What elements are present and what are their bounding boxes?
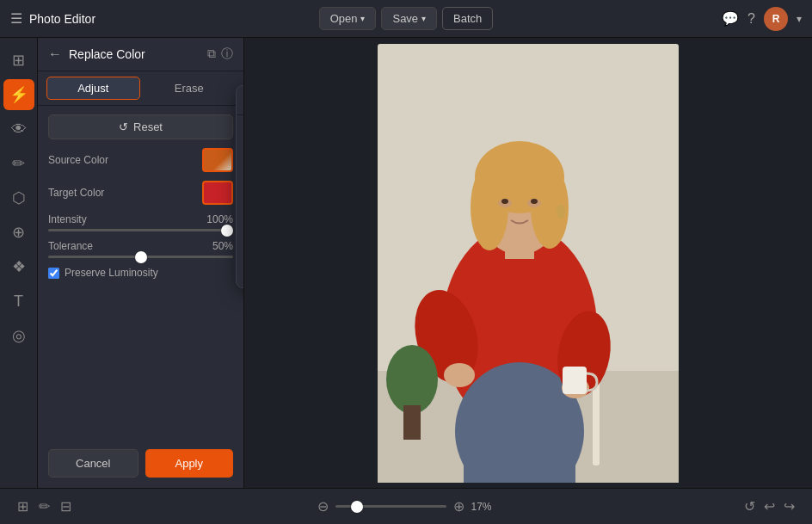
photo-canvas [378,44,679,483]
sidebar-item-layers[interactable]: ⊕ [3,217,34,248]
zoom-out-button[interactable]: ⊖ [317,498,329,515]
svg-rect-24 [403,405,421,440]
chat-icon[interactable]: 💬 [722,10,739,27]
apply-button[interactable]: Apply [145,449,234,478]
sidebar-icons: ⊞ ⚡ 👁 ✏ ⬡ ⊕ ❖ T ◎ [0,38,38,488]
panel-title: Replace Color [69,47,200,61]
back-button[interactable]: ← [48,46,62,62]
zoom-percent: 17% [471,501,499,513]
tolerance-slider[interactable] [48,256,233,258]
intensity-slider[interactable] [48,229,233,231]
canvas-area[interactable] [244,38,812,488]
svg-point-21 [531,199,538,204]
bottom-bar: ⊞ ✏ ⊟ ⊖ ⊕ 17% ↺ ↩ ↪ [0,488,812,524]
sidebar-item-effects[interactable]: ◎ [3,320,34,351]
zoom-slider[interactable] [335,505,446,508]
svg-rect-3 [593,379,600,465]
svg-point-23 [386,345,438,414]
svg-point-16 [471,164,508,250]
tab-erase[interactable]: Erase [144,77,236,100]
cancel-button[interactable]: Cancel [48,449,138,478]
photo-container [378,40,679,487]
panel-header: ← Replace Color ⧉ ⓘ [38,38,243,71]
layers-icon[interactable]: ⊞ [17,498,28,515]
avatar[interactable]: R [764,7,788,31]
preserve-luminosity-label: Preserve Luminosity [65,267,158,279]
tolerance-slider-row: Tolerance 50% [48,240,233,258]
account-chevron-icon[interactable]: ▾ [797,13,802,25]
copy-icon[interactable]: ⧉ [207,46,216,62]
svg-rect-7 [464,405,575,483]
source-color-row: Source Color [48,148,233,172]
action-buttons: Cancel Apply [38,449,243,488]
sidebar-item-eye[interactable]: 👁 [3,114,34,145]
svg-point-10 [444,363,475,387]
svg-point-20 [501,199,508,204]
sidebar-item-adjustments[interactable]: ⚡ [3,79,34,110]
undo-icon[interactable]: ↩ [764,498,775,515]
info-icon[interactable]: ⓘ [221,46,233,62]
sidebar-item-brush[interactable]: ✏ [3,148,34,179]
menu-icon[interactable]: ☰ [10,10,22,27]
history-icon[interactable]: ↺ [744,498,755,515]
sidebar-item-mask[interactable]: ⬡ [3,182,34,213]
bottom-right-icons: ↺ ↩ ↪ [744,498,795,515]
recent-colors-section: Recent Colors [237,244,244,287]
target-color-row: Target Color [48,181,233,205]
reset-icon: ↺ [119,120,128,133]
preserve-luminosity-row: Preserve Luminosity [48,267,233,279]
grid-view-icon[interactable]: ⊟ [60,498,71,515]
color-picker-popup: Picker Library #C62227 ✏ 🔬 ⊞ + [236,85,244,288]
target-color-label: Target Color [48,187,104,199]
zoom-controls: ⊖ ⊕ 17% [317,498,499,515]
picker-hex-row: #C62227 ✏ 🔬 ⊞ + [237,115,244,141]
topbar-right: 💬 ? R ▾ [493,7,802,31]
sidebar-item-text[interactable]: T [3,286,34,317]
source-color-swatch[interactable] [202,148,233,172]
save-button[interactable]: Save ▾ [381,7,437,30]
topbar-left: ☰ Photo Editor [10,10,319,27]
panel-header-icons: ⧉ ⓘ [207,46,233,62]
svg-point-22 [557,205,565,219]
panel-controls: ↺ Reset Source Color Target Color Intens… [38,106,243,287]
redo-icon[interactable]: ↪ [784,498,795,515]
preserve-luminosity-checkbox[interactable] [48,268,59,279]
tab-row: Adjust Erase [38,71,243,106]
app-title: Photo Editor [29,12,95,26]
batch-button[interactable]: Batch [442,7,493,30]
sidebar-item-shapes[interactable]: ❖ [3,251,34,282]
open-button[interactable]: Open ▾ [319,7,377,30]
edit-icon[interactable]: ✏ [39,498,50,515]
target-color-swatch[interactable] [202,181,233,205]
left-panel: ← Replace Color ⧉ ⓘ Adjust Erase ↺ Reset… [38,38,244,488]
source-color-label: Source Color [48,154,108,166]
main-area: ⊞ ⚡ 👁 ✏ ⬡ ⊕ ❖ T ◎ ← Replace Color ⧉ ⓘ Ad… [0,38,812,488]
bottom-left-icons: ⊞ ✏ ⊟ [17,498,71,515]
tab-adjust[interactable]: Adjust [46,77,140,100]
svg-rect-12 [563,367,587,394]
reset-button[interactable]: ↺ Reset [48,114,233,139]
picker-tabs: Picker Library [237,86,244,115]
sidebar-item-home[interactable]: ⊞ [3,45,34,76]
zoom-in-button[interactable]: ⊕ [453,498,464,515]
intensity-slider-row: Intensity 100% [48,213,233,231]
topbar-center: Open ▾ Save ▾ Batch [319,7,494,30]
help-icon[interactable]: ? [747,11,755,27]
topbar: ☰ Photo Editor Open ▾ Save ▾ Batch 💬 ? R… [0,0,812,38]
